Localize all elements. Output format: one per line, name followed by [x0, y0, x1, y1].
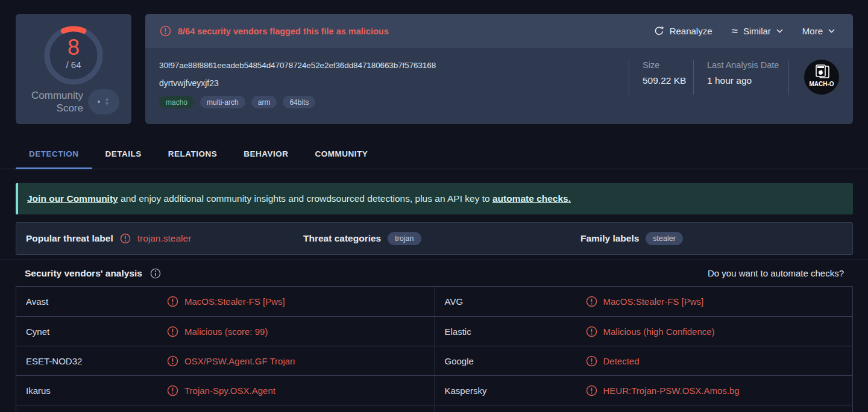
divider: [693, 60, 694, 95]
vendor-result: Malicious (score: 99): [167, 326, 268, 337]
vendor-cell: Kaspersky HEUR:Trojan-PSW.OSX.Amos.bg: [435, 376, 853, 405]
vote-dot-icon: [98, 101, 100, 103]
size-value: 509.22 KB: [643, 75, 686, 86]
warning-icon: [586, 355, 597, 367]
warning-icon: [120, 233, 131, 244]
warning-icon: [586, 326, 597, 337]
table-row: Ikarus Trojan-Spy.OSX.Agent Kaspersky HE…: [16, 375, 852, 405]
similar-button[interactable]: ≈ Similar: [732, 25, 783, 37]
vendor-cell: Ikarus Trojan-Spy.OSX.Agent: [16, 376, 435, 405]
tab-community[interactable]: COMMUNITY: [302, 139, 382, 169]
last-analysis-block: Last Analysis Date 1 hour ago: [707, 60, 779, 86]
size-label: Size: [643, 60, 686, 70]
analysis-title: Security vendors' analysis: [25, 268, 142, 279]
community-score-card: 8 / 64 Community Score ▲▼: [16, 14, 131, 124]
tab-details[interactable]: DETAILS: [92, 139, 155, 169]
reanalyze-icon: [654, 26, 664, 36]
vendor-name: Elastic: [445, 326, 586, 337]
header-actions: Reanalyze ≈ Similar More: [654, 25, 835, 37]
detection-text: Detected: [603, 356, 640, 366]
vendor-result: MacOS:Stealer-FS [Pws]: [167, 296, 285, 307]
warning-icon: [167, 385, 178, 396]
table-row: Avast MacOS:Stealer-FS [Pws] AVG MacOS:S…: [16, 287, 852, 316]
vendor-cell: [16, 405, 435, 412]
analysis-header: Security vendors' analysis Do you want t…: [0, 260, 868, 286]
last-analysis-value: 1 hour ago: [707, 75, 779, 86]
vendor-cell: Elastic Malicious (high Confidence): [435, 317, 853, 346]
vendor-name: Cynet: [26, 326, 167, 337]
vendor-name: Google: [445, 356, 586, 366]
reanalyze-button[interactable]: Reanalyze: [654, 26, 712, 36]
table-row: ESET-NOD32 OSX/PSW.Agent.GF Trojan Googl…: [16, 346, 852, 375]
tag-macho[interactable]: macho: [159, 96, 194, 108]
detection-text: Trojan-Spy.OSX.Agent: [184, 385, 275, 396]
detection-text: MacOS:Stealer-FS [Pws]: [603, 296, 704, 307]
popular-threat-value[interactable]: trojan.stealer: [137, 233, 192, 244]
reanalyze-label: Reanalyze: [670, 26, 712, 36]
last-analysis-label: Last Analysis Date: [707, 60, 779, 70]
family-label-pill[interactable]: stealer: [646, 232, 683, 245]
warning-icon: [586, 385, 597, 396]
family-labels-group: Family labels stealer: [580, 232, 683, 245]
more-label: More: [802, 26, 823, 36]
detection-score-gauge: 8 / 64: [40, 22, 107, 89]
alert-text: 8/64 security vendors flagged this file …: [178, 27, 389, 36]
file-size-block: Size 509.22 KB: [643, 60, 686, 86]
table-row-partial: [16, 405, 852, 412]
tab-relations[interactable]: RELATIONS: [155, 139, 231, 169]
macho-badge-label: MACH-O: [809, 81, 834, 87]
popular-threat-group: Popular threat label trojan.stealer: [26, 233, 191, 244]
file-info-card: 8/64 security vendors flagged this file …: [145, 14, 853, 124]
table-row: Cynet Malicious (score: 99) Elastic Mali…: [16, 316, 852, 346]
vendor-name: AVG: [445, 296, 586, 307]
score-total: / 64: [66, 60, 81, 70]
tag-arm[interactable]: arm: [251, 96, 277, 108]
automate-checks-link[interactable]: automate checks.: [492, 193, 571, 204]
vendor-result: Detected: [586, 355, 640, 367]
threat-category-pill[interactable]: trojan: [388, 232, 421, 245]
popular-threat-label: Popular threat label: [26, 233, 113, 244]
file-body: 30f97ae88f8861eeadeb54854d47078724e52e2e…: [145, 48, 853, 124]
tab-detection[interactable]: DETECTION: [16, 139, 92, 169]
vote-arrows-icon[interactable]: ▲▼: [104, 97, 110, 106]
banner-text: and enjoy additional community insights …: [118, 193, 492, 204]
divider: [629, 60, 629, 95]
warning-icon: [160, 25, 171, 37]
vendor-cell: [435, 405, 853, 412]
community-score-label: Community Score: [31, 89, 83, 115]
tab-behavior[interactable]: BEHAVIOR: [230, 139, 301, 169]
threat-categories-group: Threat categories trojan: [303, 232, 421, 245]
tag-64bits[interactable]: 64bits: [283, 96, 315, 108]
warning-icon: [167, 296, 178, 307]
family-labels-label: Family labels: [580, 233, 639, 244]
vendor-name: ESET-NOD32: [26, 356, 167, 366]
vendor-cell: AVG MacOS:Stealer-FS [Pws]: [435, 287, 853, 316]
score-number: 8: [68, 35, 80, 60]
file-tags: macho multi-arch arm 64bits: [159, 96, 853, 108]
threat-categories-label: Threat categories: [303, 233, 381, 244]
vendor-name: Avast: [26, 296, 167, 307]
community-vote-widget[interactable]: ▲▼: [88, 89, 119, 114]
more-button[interactable]: More: [802, 26, 835, 36]
info-icon[interactable]: [150, 268, 161, 279]
automate-checks-prompt[interactable]: Do you want to automate checks?: [708, 268, 844, 278]
vendor-name: Ikarus: [26, 385, 167, 396]
vendor-cell: ESET-NOD32 OSX/PSW.Agent.GF Trojan: [16, 346, 435, 375]
join-community-link[interactable]: Join our Community: [27, 193, 118, 204]
tag-multi-arch[interactable]: multi-arch: [200, 96, 245, 108]
score-footer: Community Score ▲▼: [16, 89, 119, 115]
detection-text: HEUR:Trojan-PSW.OSX.Amos.bg: [603, 385, 740, 396]
vendor-cell: Cynet Malicious (score: 99): [16, 317, 435, 346]
warning-icon: [586, 296, 597, 307]
divider: [788, 60, 789, 95]
vendor-analysis-table: Avast MacOS:Stealer-FS [Pws] AVG MacOS:S…: [16, 286, 853, 412]
detection-text: Malicious (high Confidence): [603, 326, 715, 337]
vendor-cell: Google Detected: [435, 346, 853, 375]
warning-icon: [167, 326, 178, 337]
similar-label: Similar: [743, 26, 771, 36]
threat-label-row: Popular threat label trojan.stealer Thre…: [16, 222, 853, 255]
macho-filetype-icon: MACH-O: [803, 58, 840, 96]
join-community-banner: Join our Community and enjoy additional …: [16, 183, 853, 214]
vendor-result: Trojan-Spy.OSX.Agent: [167, 385, 275, 396]
warning-icon: [167, 355, 178, 367]
